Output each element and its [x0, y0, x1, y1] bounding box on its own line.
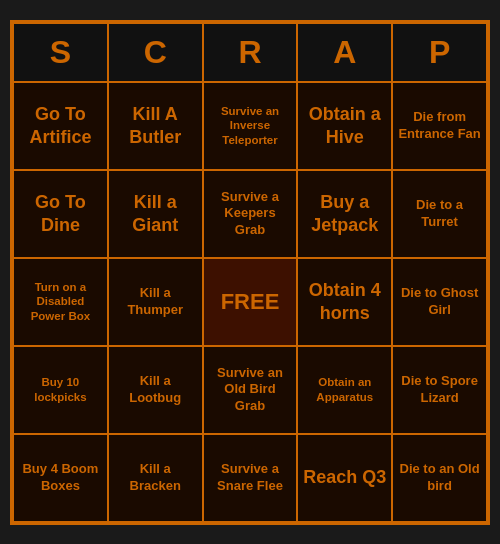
- bingo-cell[interactable]: Kill a Lootbug: [108, 346, 203, 434]
- bingo-cell[interactable]: Kill a Giant: [108, 170, 203, 258]
- header-letter: P: [392, 23, 487, 82]
- bingo-cell[interactable]: Survive an Old Bird Grab: [203, 346, 298, 434]
- bingo-cell[interactable]: Obtain 4 horns: [297, 258, 392, 346]
- bingo-header: SCRAP: [13, 23, 487, 82]
- bingo-cell[interactable]: Obtain an Apparatus: [297, 346, 392, 434]
- bingo-cell[interactable]: Kill a Bracken: [108, 434, 203, 522]
- bingo-cell[interactable]: Buy 4 Boom Boxes: [13, 434, 108, 522]
- bingo-cell[interactable]: Obtain a Hive: [297, 82, 392, 170]
- bingo-cell[interactable]: Survive an Inverse Teleporter: [203, 82, 298, 170]
- bingo-cell[interactable]: Kill a Thumper: [108, 258, 203, 346]
- bingo-cell[interactable]: FREE: [203, 258, 298, 346]
- bingo-cell[interactable]: Buy 10 lockpicks: [13, 346, 108, 434]
- bingo-cell[interactable]: Turn on a Disabled Power Box: [13, 258, 108, 346]
- bingo-cell[interactable]: Survive a Snare Flee: [203, 434, 298, 522]
- bingo-cell[interactable]: Die to Spore Lizard: [392, 346, 487, 434]
- bingo-cell[interactable]: Die to Ghost Girl: [392, 258, 487, 346]
- header-letter: C: [108, 23, 203, 82]
- header-letter: A: [297, 23, 392, 82]
- bingo-cell[interactable]: Kill A Butler: [108, 82, 203, 170]
- bingo-card: SCRAP Go To ArtificeKill A ButlerSurvive…: [10, 20, 490, 525]
- bingo-grid: Go To ArtificeKill A ButlerSurvive an In…: [13, 82, 487, 522]
- bingo-cell[interactable]: Die from Entrance Fan: [392, 82, 487, 170]
- bingo-cell[interactable]: Die to an Old bird: [392, 434, 487, 522]
- bingo-cell[interactable]: Survive a Keepers Grab: [203, 170, 298, 258]
- bingo-cell[interactable]: Go To Dine: [13, 170, 108, 258]
- header-letter: R: [203, 23, 298, 82]
- bingo-cell[interactable]: Go To Artifice: [13, 82, 108, 170]
- bingo-cell[interactable]: Buy a Jetpack: [297, 170, 392, 258]
- bingo-cell[interactable]: Reach Q3: [297, 434, 392, 522]
- bingo-cell[interactable]: Die to a Turret: [392, 170, 487, 258]
- header-letter: S: [13, 23, 108, 82]
